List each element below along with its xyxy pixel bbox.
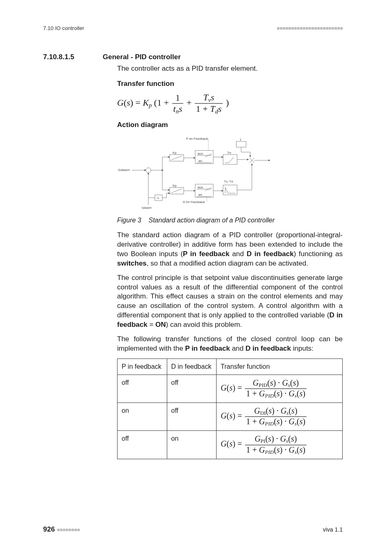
figure-label: Figure 3 (117, 217, 141, 224)
page-number: 926 (43, 525, 55, 534)
section-heading: 7.10.8.1.5 General - PID controller (43, 53, 343, 62)
label-p-feedback: P im Feedback (186, 137, 208, 141)
tf-eq-1: G(s) = GPID(s) · Gs(s) 1 + GPID(s) · Gs(… (217, 375, 343, 402)
figure-text: Standard action diagram of a PID control… (148, 217, 274, 224)
th-p: P in feedback (118, 359, 167, 375)
label-d-aus: aus (198, 185, 203, 189)
para-3: The following transfer functions of the … (117, 335, 343, 354)
table-header-row: P in feedback D in feedback Transfer fun… (118, 359, 343, 375)
table-row: on off G(s) = GDI(s) · Gs(s) 1 + GPID(s)… (118, 403, 343, 431)
label-kp-d: Kp (173, 184, 177, 187)
label-istwert: Istwert (142, 206, 152, 210)
label-tn: Tn (227, 151, 231, 155)
label-d-feedback: D im Feedback (183, 200, 205, 204)
label-d-an: an (198, 193, 202, 197)
para-2: The control principle is that setpoint v… (117, 273, 343, 330)
svg-point-1 (146, 168, 151, 173)
action-diagram: Sollwert Kp P im Feedback (117, 132, 343, 213)
subhead-action: Action diagram (117, 120, 343, 130)
label-neg1: -1 (156, 196, 159, 200)
tf-eq-3: G(s) = GPI(s) · Gs(s) 1 + GPID(s) · Gs(s… (217, 431, 343, 459)
para-1: The standard action diagram of a PID con… (117, 231, 343, 268)
th-d: D in feedback (167, 359, 217, 375)
main-transfer-equation: G(s) = Kp (1 + 1tns + Tvs1 + Tds ) (117, 92, 343, 115)
table-row: off off G(s) = GPID(s) · Gs(s) 1 + GPID(… (118, 375, 343, 402)
label-p-an: an (198, 159, 202, 163)
figure-caption: Figure 3 Standard action diagram of a PI… (117, 216, 343, 225)
label-tvtd: Tv, Td (224, 180, 233, 183)
section-title: General - PID controller (103, 53, 181, 62)
header-section-ref: 7.10 IO controller (43, 25, 84, 32)
label-kp-p: Kp (173, 151, 177, 155)
label-one: 1 (240, 138, 242, 141)
th-tf: Transfer function (217, 359, 343, 375)
label-sollwert: Sollwert (118, 168, 130, 172)
label-p-aus: aus (198, 152, 203, 155)
page-header: 7.10 IO controller (43, 25, 343, 32)
header-decoration (277, 27, 343, 30)
svg-rect-19 (236, 141, 246, 147)
output-sum-icon (249, 158, 254, 163)
tf-eq-2: G(s) = GDI(s) · Gs(s) 1 + GPID(s) · Gs(s… (217, 403, 343, 431)
footer-version: viva 1.1 (323, 526, 343, 534)
subhead-transfer: Transfer function (117, 79, 343, 89)
footer-decoration (57, 529, 80, 531)
intro-para: The controller acts as a PID transfer el… (117, 64, 343, 74)
transfer-function-table: P in feedback D in feedback Transfer fun… (117, 358, 343, 459)
section-number: 7.10.8.1.5 (43, 53, 103, 62)
table-row: off on G(s) = GPI(s) · Gs(s) 1 + GPID(s)… (118, 431, 343, 459)
page-footer: 926 viva 1.1 (43, 525, 343, 534)
